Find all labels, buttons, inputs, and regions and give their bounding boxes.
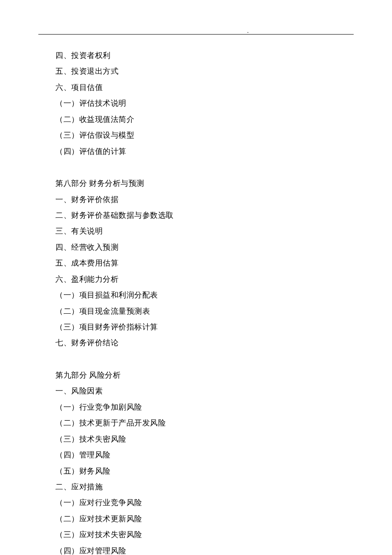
outline-item: （一）评估技术说明	[55, 95, 354, 111]
outline-item: （三）评估假设与模型	[55, 127, 354, 143]
outline-item: 五、投资退出方式	[55, 64, 354, 79]
outline-item: （一）行业竞争加剧风险	[55, 399, 354, 415]
outline-item: （四）评估值的计算	[55, 144, 354, 159]
outline-item: 六、盈利能力分析	[55, 272, 354, 287]
outline-item: （二）技术更新于产品开发风险	[55, 415, 354, 431]
outline-item: 一、财务评价依据	[55, 192, 354, 208]
outline-item: 三、有关说明	[55, 223, 354, 239]
outline-item: 六、项目估值	[55, 80, 354, 95]
outline-item: （三）技术失密风险	[55, 431, 354, 447]
section-heading: 第九部分 风险分析	[55, 367, 354, 383]
outline-item: （一）项目损益和利润分配表	[55, 287, 354, 303]
section-heading: 第八部分 财务分析与预测	[55, 176, 354, 191]
document-body: 四、投资者权利 五、投资退出方式 六、项目估值 （一）评估技术说明 （二）收益现…	[55, 48, 354, 555]
outline-item: （五）财务风险	[55, 463, 354, 479]
outline-item: （四）管理风险	[55, 447, 354, 463]
outline-item: 一、风险因素	[55, 383, 354, 399]
outline-item: （一）应对行业竞争风险	[55, 495, 354, 511]
outline-item: 二、应对措施	[55, 479, 354, 495]
outline-item: 四、经营收入预测	[55, 240, 354, 255]
document-page: . 四、投资者权利 五、投资退出方式 六、项目估值 （一）评估技术说明 （二）收…	[0, 0, 392, 555]
blank-line	[55, 159, 354, 176]
outline-item: （三）项目财务评价指标计算	[55, 319, 354, 335]
outline-item: （二）项目现金流量预测表	[55, 304, 354, 319]
outline-item: （二）应对技术更新风险	[55, 511, 354, 527]
outline-item: （三）应对技术失密风险	[55, 527, 354, 543]
outline-item: 五、成本费用估算	[55, 255, 354, 271]
header-rule	[38, 34, 354, 35]
outline-item: 二、财务评价基础数据与参数选取	[55, 208, 354, 223]
blank-line	[55, 351, 354, 367]
header-dot: .	[247, 28, 249, 34]
outline-item: 七、财务评价结论	[55, 335, 354, 351]
outline-item: （二）收益现值法简介	[55, 112, 354, 127]
outline-item: 四、投资者权利	[55, 48, 354, 64]
outline-item: （四）应对管理风险	[55, 543, 354, 555]
